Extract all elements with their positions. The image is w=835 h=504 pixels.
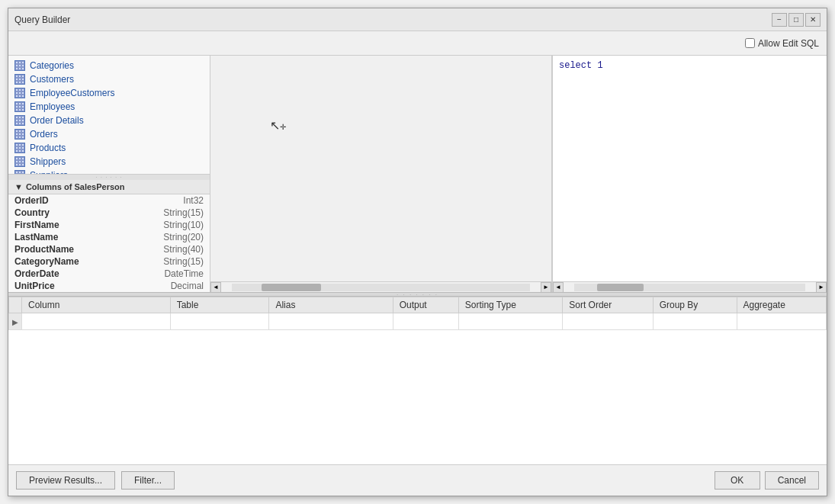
alias-cell[interactable] [269,313,393,330]
maximize-button[interactable]: □ [788,13,804,27]
middle-panel[interactable]: ↖✛ ◄ ► [210,56,552,292]
close-button[interactable]: ✕ [805,13,821,27]
preview-results-button[interactable]: Preview Results... [16,471,115,490]
columns-header: ▼ Columns of SalesPerson [8,180,210,194]
horizontal-scrollbar-middle[interactable]: ◄ ► [210,281,551,292]
column-name: OrderDate [14,268,59,279]
cancel-button[interactable]: Cancel [765,471,819,490]
column-item-orderid[interactable]: OrderIDInt32 [8,194,210,207]
grid-header-table: Table [170,297,269,313]
window-title: Query Builder [14,14,70,25]
table-name-label: Shippers [30,156,66,167]
table-cell[interactable] [170,313,269,330]
table-icon [14,74,25,85]
column-type: String(20) [163,232,204,242]
table-item-products[interactable]: Products [8,141,210,155]
horizontal-scrollbar-sql[interactable]: ◄ ► [553,281,827,292]
column-type: String(10) [163,220,204,230]
table-name-label: EmployeeCustomers [30,88,114,98]
table-item-employeecustomers[interactable]: EmployeeCustomers [8,86,210,100]
h-scrollbar-thumb[interactable] [262,284,321,291]
table-name-label: Customers [30,74,74,85]
title-bar: Query Builder − □ ✕ [8,8,827,31]
query-grid: ColumnTableAliasOutputSorting TypeSort O… [8,297,827,330]
column-name: Country [14,207,50,218]
dialog-footer: Preview Results... Filter... OK Cancel [8,464,827,496]
columns-list[interactable]: OrderIDInt32CountryString(15)FirstNameSt… [8,194,210,292]
window-controls: − □ ✕ [772,13,821,27]
column-type: String(40) [163,244,204,255]
filter-button[interactable]: Filter... [121,471,175,490]
sql-scroll-left-btn[interactable]: ◄ [553,282,564,293]
table-item-shippers[interactable]: Shippers [8,155,210,169]
grid-header-marker [9,297,22,313]
column-name: UnitPrice [14,281,55,291]
table-item-suppliers[interactable]: Suppliers [8,169,210,174]
ok-button[interactable]: OK [715,471,760,490]
left-panel-resize-handle[interactable]: · · · · · · [8,174,210,180]
table-item-order-details[interactable]: Order Details [8,114,210,127]
footer-left: Preview Results... Filter... [8,465,707,496]
table-item-orders[interactable]: Orders [8,127,210,141]
table-row[interactable]: ▶ [9,313,827,330]
scroll-left-btn[interactable]: ◄ [210,282,221,293]
column-name: CategoryName [14,256,79,267]
column-item-firstname[interactable]: FirstNameString(10) [8,219,210,231]
column-name: FirstName [14,220,59,230]
column-item-lastname[interactable]: LastNameString(20) [8,231,210,243]
table-item-employees[interactable]: Employees [8,100,210,114]
toolbar: Allow Edit SQL [8,31,827,56]
query-grid-container[interactable]: ColumnTableAliasOutputSorting TypeSort O… [8,297,827,464]
column-type: DateTime [164,268,204,279]
query-builder-window: Query Builder − □ ✕ Allow Edit SQL Categ… [8,8,827,496]
main-content: CategoriesCustomersEmployeeCustomersEmpl… [8,56,827,292]
column-item-country[interactable]: CountryString(15) [8,207,210,219]
grid-header-output: Output [393,297,458,313]
allow-edit-label[interactable]: Allow Edit SQL [745,38,819,49]
column-type: Decimal [171,281,204,291]
sql-scroll-right-btn[interactable]: ► [816,282,827,293]
tables-list[interactable]: CategoriesCustomersEmployeeCustomersEmpl… [8,56,210,174]
table-icon [14,101,25,112]
right-panel: select 1 ◄ ► [552,56,827,292]
table-name-label: Categories [30,60,74,71]
table-name-label: Employees [30,101,75,112]
scroll-right-btn[interactable]: ► [541,282,551,293]
output-cell[interactable] [393,313,458,330]
bottom-area: ColumnTableAliasOutputSorting TypeSort O… [8,297,827,464]
sql-area[interactable]: select 1 [553,56,827,281]
h-scrollbar-track[interactable] [232,284,530,291]
column-item-productname[interactable]: ProductNameString(40) [8,243,210,255]
group-by-cell[interactable] [653,313,737,330]
minimize-button[interactable]: − [772,13,787,27]
table-item-customers[interactable]: Customers [8,72,210,86]
grid-header-column: Column [22,297,171,313]
column-item-categoryname[interactable]: CategoryNameString(15) [8,255,210,268]
sorting-type-cell[interactable] [458,313,563,330]
grid-header-sorting-type: Sorting Type [458,297,563,313]
table-icon [14,156,25,167]
table-name-label: Order Details [30,115,84,126]
table-item-categories[interactable]: Categories [8,59,210,72]
grid-header-group-by: Group By [653,297,737,313]
query-canvas[interactable]: ↖✛ [210,56,551,281]
column-item-unitprice[interactable]: UnitPriceDecimal [8,280,210,292]
column-type: Int32 [183,195,204,206]
table-name-label: Products [30,143,66,153]
table-icon [14,88,25,98]
cursor-icon: ↖✛ [270,118,286,133]
column-item-orderdate[interactable]: OrderDateDateTime [8,268,210,280]
sort-order-cell[interactable] [563,313,653,330]
row-marker-cell: ▶ [9,313,22,330]
aggregate-cell[interactable] [737,313,827,330]
table-name-label: Orders [30,129,58,140]
column-cell[interactable] [22,313,171,330]
table-icon [14,115,25,126]
title-bar-left: Query Builder [14,14,70,25]
sql-h-scrollbar-thumb[interactable] [597,284,644,291]
grid-header-sort-order: Sort Order [563,297,653,313]
footer-right: OK Cancel [707,465,827,496]
allow-edit-checkbox[interactable] [745,38,755,48]
sql-h-scrollbar-track[interactable] [574,284,805,291]
column-name: ProductName [14,244,74,255]
